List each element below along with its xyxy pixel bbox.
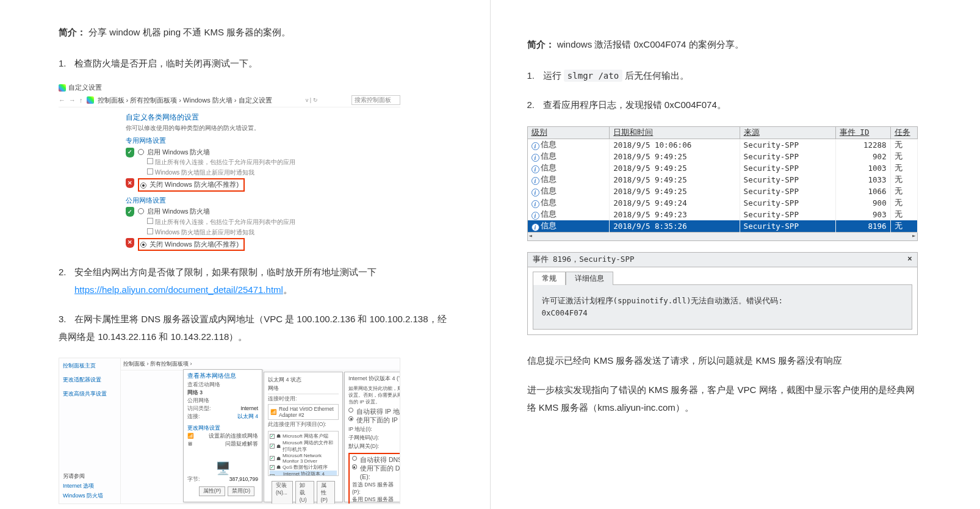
help-link[interactable]: https://help.aliyun.com/document_detail/…: [74, 284, 283, 295]
checkbox-icon[interactable]: [147, 158, 153, 164]
error-code: 0xC004F074: [542, 307, 903, 319]
close-icon[interactable]: ×: [907, 254, 912, 265]
opt-off-label: 关闭 Windows 防火墙(不推荐): [150, 240, 239, 249]
sidebar-link[interactable]: Internet 选项: [63, 482, 117, 490]
opt-on-label: 启用 Windows 防火墙: [147, 207, 210, 216]
event-viewer-table: 级别 日期和时间 来源 事件 ID 任务 i信息2018/9/5 10:06:0…: [527, 126, 918, 241]
sidebar-link[interactable]: 更改适配器设置: [63, 376, 117, 384]
private-section-title: 专用网络设置: [126, 136, 400, 145]
step-1: 1. 检查防火墙是否开启，临时关闭再测试一下。: [59, 55, 453, 73]
shield-check-icon: ✓: [126, 148, 134, 157]
fw-subheading: 你可以修改使用的每种类型的网络的防火墙设置。: [126, 124, 400, 132]
fw-heading: 自定义各类网络的设置: [126, 112, 400, 123]
radio-on-icon: [140, 182, 146, 189]
ipv4-properties-window: Internet 协议版本 4 (TCP/IPv4) 属性 如果网络支持此功能，…: [344, 372, 400, 502]
radio-icon[interactable]: [138, 149, 144, 155]
palette-icon: [59, 84, 66, 92]
info-icon: i: [531, 142, 539, 150]
info-icon: i: [531, 154, 539, 162]
left-column: 简介： 分享 window 机器 ping 不通 KMS 服务器的案例。 1. …: [0, 0, 491, 509]
step-r1: 1. 运行 slmgr /ato 后无任何输出。: [527, 67, 922, 85]
sidebar-link[interactable]: 控制面板主页: [63, 362, 117, 370]
step-text: 安全组内网出方向是否做了限制，如果有限制，临时放开所有地址测试一下: [74, 267, 377, 277]
table-row[interactable]: i信息2018/9/5 9:49:25Security-SPP1066无: [527, 186, 917, 197]
col-source[interactable]: 来源: [740, 126, 835, 139]
adapter-properties-window: 以太网 4 状态 网络 连接时使用: 📶Red Hat VirtIO Ether…: [264, 372, 343, 502]
forward-icon[interactable]: →: [69, 96, 76, 105]
paragraph: 信息提示已经向 KMS 服务器发送了请求，所以问题就是 KMS 服务器没有响应: [527, 352, 922, 370]
intro-left: 简介： 分享 window 机器 ping 不通 KMS 服务器的案例。: [59, 24, 453, 40]
info-icon: i: [531, 177, 539, 185]
col-date[interactable]: 日期和时间: [610, 126, 740, 139]
horizontal-scrollbar[interactable]: [527, 233, 918, 241]
shield-x-icon: ✕: [126, 178, 134, 188]
table-row[interactable]: i信息2018/9/5 9:49:25Security-SPP1003无: [527, 162, 917, 174]
firewall-window-title: 自定义设置: [68, 83, 102, 92]
right-column: 简介： windows 激活报错 0xC004F074 的案例分享。 1. 运行…: [491, 0, 981, 509]
intro-label: 简介：: [59, 27, 86, 37]
table-row[interactable]: i信息2018/9/5 9:49:24Security-SPP900无: [527, 197, 917, 209]
table-row[interactable]: i信息2018/9/5 10:06:06Security-SPP12288无: [527, 139, 917, 151]
step-num: 3.: [59, 311, 72, 328]
search-input[interactable]: 搜索控制面板: [351, 95, 400, 105]
network-center-window: 查看基本网络信息 查看活动网络 网络 3 公用网络 访问类型:Internet …: [183, 369, 262, 502]
dns-highlight-box: 自动获得 DNS 服务器地址(B) 使用下面的 DNS 服务器地址(E): 首选…: [348, 453, 400, 504]
col-task[interactable]: 任务: [890, 126, 917, 139]
info-icon: i: [531, 200, 539, 208]
table-row[interactable]: i信息2018/9/5 8:35:26Security-SPP8196无: [527, 220, 917, 233]
step-3: 3. 在网卡属性里将 DNS 服务器设置成内网地址（VPC 是 100.100.…: [59, 311, 453, 345]
firewall-screenshot: 自定义设置 ← → ↑ 控制面板 › 所有控制面板项 › Windows 防火墙…: [59, 82, 400, 251]
breadcrumb[interactable]: 控制面板 › 所有控制面板项 › Windows 防火墙 › 自定义设置: [98, 96, 272, 105]
breadcrumb[interactable]: 控制面板 › 所有控制面板项 ›: [123, 361, 192, 367]
tab-general[interactable]: 常规: [533, 272, 566, 285]
disable-button[interactable]: 禁用(D): [228, 486, 254, 496]
cp-icon: [87, 96, 94, 104]
properties-button[interactable]: 属性(P): [199, 486, 225, 496]
step-text: 在网卡属性里将 DNS 服务器设置成内网地址（VPC 是 100.100.2.1…: [59, 314, 447, 342]
col-level[interactable]: 级别: [527, 126, 610, 139]
checkbox-icon[interactable]: [147, 168, 153, 175]
win1-head: 查看基本网络信息: [184, 370, 262, 380]
up-icon[interactable]: ↑: [79, 96, 83, 105]
intro-text: windows 激活报错 0xC004F074 的案例分享。: [557, 39, 744, 49]
intro-text: 分享 window 机器 ping 不通 KMS 服务器的案例。: [88, 27, 290, 37]
radio-on-icon: [140, 242, 146, 248]
event-detail-title: 事件 8196，Security-SPP: [533, 254, 635, 265]
step-num: 1.: [59, 55, 72, 73]
shield-check-icon: ✓: [126, 207, 134, 217]
network-screenshot: 控制面板主页 更改适配器设置 更改高级共享设置 另请参阅 Internet 选项…: [59, 358, 400, 504]
checkbox-icon[interactable]: [147, 218, 153, 224]
shield-x-icon: ✕: [126, 238, 134, 248]
paragraph: 进一步核实发现指向了错误的 KMS 服务器，客户是 VPC 网络，截图中显示客户…: [527, 381, 922, 416]
code-inline: slmgr /ato: [564, 70, 622, 82]
event-detail-pane: 事件 8196，Security-SPP × 常规 详细信息 许可证激活计划程序…: [527, 252, 918, 335]
back-icon[interactable]: ←: [59, 96, 65, 105]
intro-right: 简介： windows 激活报错 0xC004F074 的案例分享。: [527, 37, 922, 52]
info-icon: i: [531, 212, 539, 220]
col-event-id[interactable]: 事件 ID: [835, 126, 890, 139]
step-r2: 2. 查看应用程序日志，发现报错 0xC004F074。: [527, 96, 922, 114]
step-num: 2.: [59, 264, 72, 281]
table-row[interactable]: i信息2018/9/5 9:49:25Security-SPP1033无: [527, 174, 917, 186]
selected-off-public[interactable]: 关闭 Windows 防火墙(不推荐): [138, 238, 245, 251]
public-section-title: 公用网络设置: [126, 196, 400, 205]
table-row[interactable]: i信息2018/9/5 9:49:25Security-SPP902无: [527, 151, 917, 162]
radio-icon[interactable]: [138, 208, 144, 214]
protocol-listbox[interactable]: ✓☗ Microsoft 网络客户端 ✓☗ Microsoft 网络的文件和打印…: [268, 431, 339, 476]
info-icon: i: [531, 223, 539, 231]
table-row[interactable]: i信息2018/9/5 9:49:23Security-SPP903无: [527, 209, 917, 220]
opt-on-label: 启用 Windows 防火墙: [147, 148, 210, 157]
detail-line: 许可证激活计划程序(sppuinotify.dll)无法自动激活。错误代码:: [542, 295, 903, 307]
tab-detail[interactable]: 详细信息: [566, 272, 613, 285]
step-2: 2. 安全组内网出方向是否做了限制，如果有限制，临时放开所有地址测试一下 htt…: [59, 264, 453, 298]
opt-off-label: 关闭 Windows 防火墙(不推荐): [150, 180, 239, 189]
intro-label: 简介：: [527, 39, 555, 49]
selected-off-private[interactable]: 关闭 Windows 防火墙(不推荐): [138, 178, 245, 191]
info-icon: i: [531, 165, 539, 173]
info-icon: i: [531, 189, 539, 197]
sidebar-link[interactable]: Windows 防火墙: [63, 492, 117, 500]
checkbox-icon[interactable]: [147, 228, 153, 234]
sidebar-link[interactable]: 更改高级共享设置: [63, 390, 117, 398]
step-text: 检查防火墙是否开启，临时关闭再测试一下。: [74, 58, 258, 68]
sidebar-label: 另请参阅: [63, 472, 117, 480]
